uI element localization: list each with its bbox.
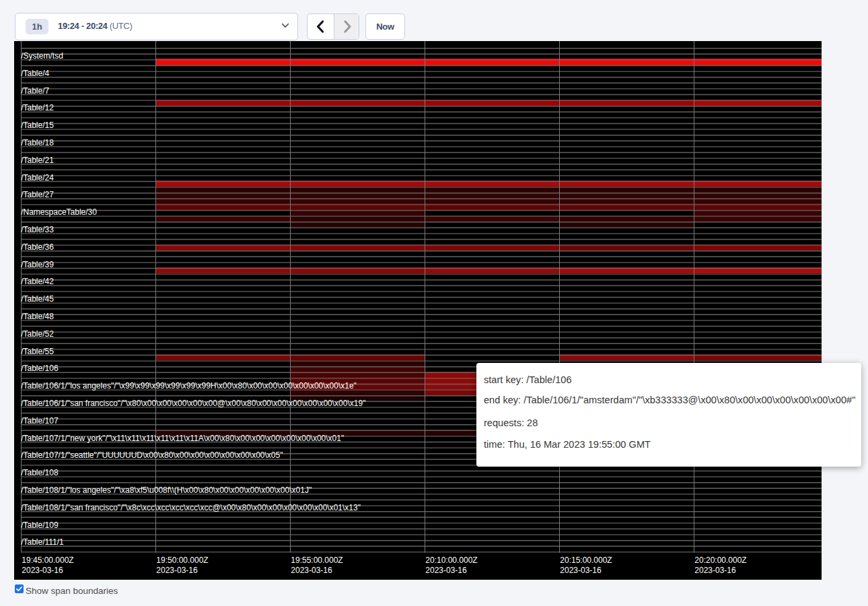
svg-text:/Table/12: /Table/12 bbox=[21, 103, 54, 112]
svg-text:2023-03-16: 2023-03-16 bbox=[156, 566, 198, 575]
svg-text:2023-03-16: 2023-03-16 bbox=[291, 566, 332, 575]
svg-text:2023-03-16: 2023-03-16 bbox=[22, 566, 63, 575]
svg-text:/NamespaceTable/30: /NamespaceTable/30 bbox=[21, 207, 97, 217]
svg-text:/Table/106/1/"los angeles"/"\x: /Table/106/1/"los angeles"/"\x99\x99\x99… bbox=[21, 381, 357, 391]
svg-text:/Table/39: /Table/39 bbox=[21, 260, 54, 269]
svg-text:/Table/106/1/"san francisco"/": /Table/106/1/"san francisco"/"\x80\x00\x… bbox=[21, 399, 365, 408]
svg-text:/Table/42: /Table/42 bbox=[21, 277, 54, 286]
svg-text:/Table/108: /Table/108 bbox=[21, 468, 59, 477]
svg-text:/Table/4: /Table/4 bbox=[21, 69, 49, 78]
svg-text:/System/tsd: /System/tsd bbox=[21, 51, 63, 61]
svg-text:/Table/48: /Table/48 bbox=[21, 312, 54, 321]
svg-text:/Table/55: /Table/55 bbox=[21, 347, 54, 356]
svg-text:19:55:00.000Z: 19:55:00.000Z bbox=[291, 556, 342, 565]
svg-text:2023-03-16: 2023-03-16 bbox=[560, 566, 602, 575]
svg-text:20:15:00.000Z: 20:15:00.000Z bbox=[560, 556, 612, 565]
svg-text:2023-03-16: 2023-03-16 bbox=[425, 566, 467, 575]
svg-text:/Table/107/1/"seattle"/"UUUUUU: /Table/107/1/"seattle"/"UUUUUUD\x00\x80\… bbox=[21, 450, 283, 460]
svg-text:20:10:00.000Z: 20:10:00.000Z bbox=[425, 556, 477, 565]
svg-text:/Table/106: /Table/106 bbox=[21, 364, 59, 373]
svg-text:/Table/18: /Table/18 bbox=[21, 138, 54, 147]
svg-text:/Table/109: /Table/109 bbox=[21, 520, 59, 530]
svg-text:/Table/27: /Table/27 bbox=[21, 190, 54, 199]
svg-text:/Table/45: /Table/45 bbox=[21, 294, 54, 304]
svg-text:/Table/107: /Table/107 bbox=[21, 416, 59, 426]
svg-text:/Table/52: /Table/52 bbox=[21, 329, 54, 339]
svg-text:/Table/33: /Table/33 bbox=[21, 225, 54, 234]
svg-text:/Table/108/1/"san francisco"/": /Table/108/1/"san francisco"/"\x8c\xcc\x… bbox=[21, 503, 361, 512]
svg-text:/Table/111/1: /Table/111/1 bbox=[21, 537, 64, 547]
svg-text:/Table/108/1/"los angeles"/"\x: /Table/108/1/"los angeles"/"\xa8\xf5\u00… bbox=[21, 485, 312, 495]
svg-text:/Table/7: /Table/7 bbox=[21, 86, 49, 96]
svg-text:2023-03-16: 2023-03-16 bbox=[694, 566, 736, 575]
svg-text:/Table/36: /Table/36 bbox=[21, 242, 54, 252]
svg-text:20:20:00.000Z: 20:20:00.000Z bbox=[694, 556, 746, 565]
svg-text:19:45:00.000Z: 19:45:00.000Z bbox=[22, 556, 73, 565]
svg-text:19:50:00.000Z: 19:50:00.000Z bbox=[156, 556, 208, 565]
svg-text:/Table/21: /Table/21 bbox=[21, 156, 54, 165]
svg-text:/Table/107/1/"new york"/"\x11\: /Table/107/1/"new york"/"\x11\x11\x11\x1… bbox=[21, 434, 344, 443]
svg-text:/Table/15: /Table/15 bbox=[21, 121, 54, 130]
svg-text:/Table/24: /Table/24 bbox=[21, 173, 54, 182]
